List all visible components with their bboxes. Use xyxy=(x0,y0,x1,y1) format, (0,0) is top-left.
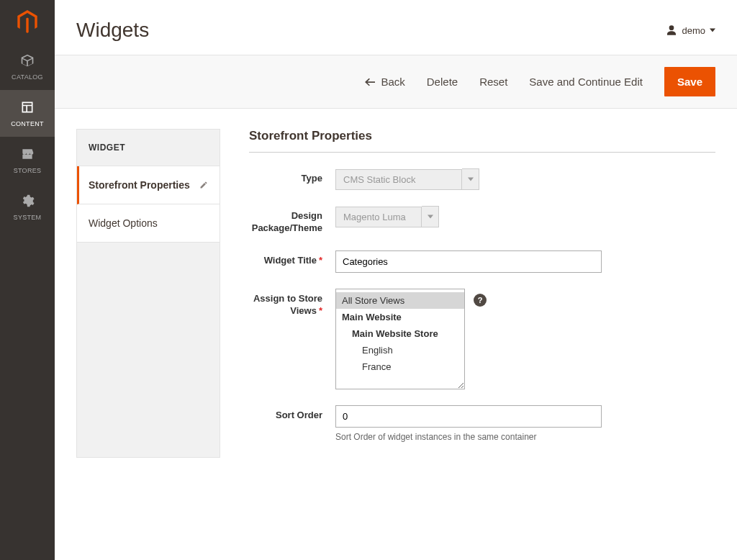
tab-storefront-properties[interactable]: Storefront Properties xyxy=(77,166,220,204)
nav-catalog[interactable]: CATALOG xyxy=(0,43,55,90)
action-bar: Back Delete Reset Save and Continue Edit… xyxy=(55,55,737,109)
type-select: CMS Static Block xyxy=(335,168,479,190)
store-views-multiselect[interactable]: All Store Views Main Website Main Websit… xyxy=(335,289,465,389)
store-option-france[interactable]: France xyxy=(336,358,464,375)
tab-storefront-label: Storefront Properties xyxy=(89,179,190,191)
theme-value: Magento Luma xyxy=(335,207,422,227)
admin-sidebar: CATALOG CONTENT STORES SYSTEM xyxy=(0,0,55,560)
user-icon xyxy=(666,24,677,36)
magento-logo[interactable] xyxy=(0,0,55,43)
widget-tabs: WIDGET Storefront Properties Widget Opti… xyxy=(76,129,220,458)
widget-title-input[interactable] xyxy=(335,250,602,273)
theme-select: Magento Luma xyxy=(335,206,439,227)
sort-order-input[interactable] xyxy=(335,405,602,428)
section-title: Storefront Properties xyxy=(249,129,715,153)
store-option-main-website[interactable]: Main Website xyxy=(336,309,464,325)
type-value: CMS Static Block xyxy=(335,169,462,190)
store-option-english[interactable]: English xyxy=(336,342,464,358)
page-title: Widgets xyxy=(76,19,149,42)
magento-logo-icon xyxy=(17,10,37,33)
save-button[interactable]: Save xyxy=(664,67,715,96)
tabs-header: WIDGET xyxy=(77,130,220,166)
back-label: Back xyxy=(381,76,404,88)
layout-icon xyxy=(20,100,35,114)
gear-icon xyxy=(20,194,35,208)
theme-label: Design Package/Theme xyxy=(249,206,335,235)
pencil-icon xyxy=(199,181,208,189)
sort-order-hint: Sort Order of widget instances in the sa… xyxy=(335,432,602,442)
user-menu[interactable]: demo xyxy=(666,24,715,36)
store-option-all[interactable]: All Store Views xyxy=(336,292,464,309)
user-name: demo xyxy=(682,25,705,36)
nav-content[interactable]: CONTENT xyxy=(0,90,55,137)
tab-widget-options[interactable]: Widget Options xyxy=(77,204,220,243)
cube-icon xyxy=(20,53,35,68)
store-option-main-store[interactable]: Main Website Store xyxy=(336,325,464,342)
storefront-icon xyxy=(20,147,35,161)
chevron-down-icon xyxy=(710,27,715,33)
reset-button[interactable]: Reset xyxy=(479,76,507,88)
sort-order-label: Sort Order xyxy=(249,405,335,422)
help-icon[interactable]: ? xyxy=(474,294,487,307)
tab-options-label: Widget Options xyxy=(89,217,158,229)
nav-system[interactable]: SYSTEM xyxy=(0,184,55,230)
widget-title-label: Widget Title* xyxy=(249,250,335,267)
nav-stores-label: STORES xyxy=(14,167,42,174)
delete-button[interactable]: Delete xyxy=(427,76,458,88)
nav-stores[interactable]: STORES xyxy=(0,137,55,184)
assign-store-label: Assign to Store Views* xyxy=(249,289,335,317)
back-button[interactable]: Back xyxy=(365,76,404,88)
type-label: Type xyxy=(249,168,335,185)
chevron-down-icon xyxy=(422,206,439,227)
nav-system-label: SYSTEM xyxy=(14,214,42,221)
arrow-left-icon xyxy=(365,78,375,86)
save-continue-button[interactable]: Save and Continue Edit xyxy=(529,76,643,88)
nav-catalog-label: CATALOG xyxy=(12,73,43,81)
nav-content-label: CONTENT xyxy=(11,120,44,127)
chevron-down-icon xyxy=(462,168,479,190)
